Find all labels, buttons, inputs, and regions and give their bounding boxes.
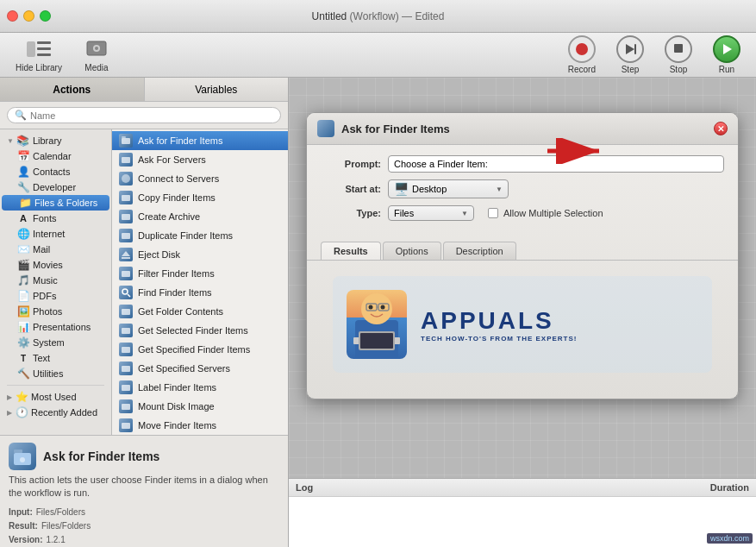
sidebar-item-movies[interactable]: 🎬 Movies	[0, 257, 111, 273]
sidebar-calendar-label: Calendar	[33, 151, 72, 161]
sidebar-internet-label: Internet	[33, 229, 65, 239]
action-icon-mount-disk	[119, 399, 133, 413]
dialog-start-row: Start at: 🖥️ Desktop ▼	[321, 179, 724, 198]
sidebar-item-recently-added[interactable]: ▶ 🕐 Recently Added	[0, 405, 111, 420]
desktop-icon: 🖥️	[394, 182, 409, 196]
svg-point-21	[122, 289, 128, 294]
sidebar-item-internet[interactable]: 🌐 Internet	[0, 226, 111, 242]
tab-variables[interactable]: Variables	[145, 78, 289, 101]
sidebar-item-calendar[interactable]: 📅 Calendar	[0, 148, 111, 164]
media-button[interactable]: Media	[78, 34, 116, 76]
run-button[interactable]: Run	[706, 32, 747, 78]
dialog-close-button[interactable]: ✕	[714, 122, 728, 135]
traffic-lights	[7, 10, 51, 22]
allow-multiple-checkbox[interactable]	[488, 208, 498, 218]
sidebar-utilities-label: Utilities	[33, 368, 63, 379]
action-icon-ask-servers	[119, 153, 133, 167]
sidebar-item-utilities[interactable]: 🔨 Utilities	[0, 366, 111, 381]
sidebar-item-contacts[interactable]: 👤 Contacts	[0, 164, 111, 179]
sidebar-item-files-folders[interactable]: 📁 Files & Folders	[2, 195, 109, 211]
action-item-connect-servers[interactable]: Connect to Servers	[112, 169, 288, 188]
workflow-area[interactable]: Ask for Finder Items ✕ Prompt: Start at:…	[289, 78, 756, 478]
action-item-ask-servers[interactable]: Ask For Servers	[112, 150, 288, 169]
svg-point-49	[369, 305, 373, 310]
svg-rect-16	[122, 214, 130, 220]
svg-rect-0	[27, 41, 35, 57]
sidebar-item-text[interactable]: T Text	[0, 350, 111, 366]
svg-rect-25	[122, 347, 130, 353]
sidebar-item-presentations[interactable]: 📊 Presentations	[0, 319, 111, 335]
sidebar-item-library[interactable]: ▼ 📚 Library	[0, 133, 111, 148]
action-item-get-specified-servers[interactable]: Get Specified Servers	[112, 359, 288, 378]
maximize-button[interactable]	[40, 10, 51, 22]
svg-rect-19	[122, 257, 130, 259]
dialog-tab-description-label: Description	[456, 246, 503, 256]
action-label-move-finder: Move Finder Items	[138, 420, 216, 431]
stop-label: Stop	[670, 65, 688, 74]
sidebar-item-most-used[interactable]: ▶ ⭐ Most Used	[0, 389, 111, 405]
action-item-ask-finder-items[interactable]: Ask for Finder Items	[112, 131, 288, 150]
action-label-ask-servers: Ask For Servers	[138, 154, 206, 165]
action-item-copy-finder-items[interactable]: Copy Finder Items	[112, 188, 288, 207]
dialog-tab-options[interactable]: Options	[383, 242, 441, 260]
action-label-get-specified-finder: Get Specified Finder Items	[138, 344, 250, 355]
sidebar-item-system[interactable]: ⚙️ System	[0, 335, 111, 350]
svg-rect-3	[37, 53, 51, 56]
action-item-get-folder-contents[interactable]: Get Folder Contents	[112, 302, 288, 321]
wsxdn-badge: wsxdn.com	[707, 533, 753, 544]
tab-variables-label: Variables	[195, 84, 237, 96]
appuals-figure	[347, 290, 407, 359]
search-input-wrap: 🔍	[7, 107, 281, 123]
action-icon-specified-finder	[119, 343, 133, 356]
info-app-icon	[9, 443, 36, 470]
calendar-icon: 📅	[17, 150, 29, 162]
pdfs-icon: 📄	[17, 290, 29, 302]
action-item-duplicate[interactable]: Duplicate Finder Items	[112, 226, 288, 245]
sidebar-item-mail[interactable]: ✉️ Mail	[0, 242, 111, 257]
action-label-ask-finder-items: Ask for Finder Items	[138, 135, 222, 146]
files-folders-icon: 📁	[19, 197, 31, 209]
dialog-tab-results[interactable]: Results	[321, 242, 381, 260]
svg-rect-11	[122, 138, 130, 144]
action-item-create-archive[interactable]: Create Archive	[112, 207, 288, 226]
tab-actions[interactable]: Actions	[0, 78, 145, 101]
dialog-start-select[interactable]: 🖥️ Desktop ▼	[388, 179, 509, 198]
action-item-mount-disk[interactable]: Mount Disk Image	[112, 397, 288, 416]
dialog-tab-description[interactable]: Description	[443, 242, 516, 260]
action-icon-eject	[119, 248, 133, 261]
sidebar-item-fonts[interactable]: A Fonts	[0, 211, 111, 226]
action-item-eject-disk[interactable]: Eject Disk	[112, 245, 288, 264]
stop-button[interactable]: Stop	[658, 32, 699, 78]
action-list: Ask for Finder Items Ask For Servers Con…	[112, 129, 288, 435]
sidebar-item-music[interactable]: 🎵 Music	[0, 273, 111, 288]
hide-library-icon	[27, 37, 51, 61]
action-item-filter-finder[interactable]: Filter Finder Items	[112, 264, 288, 283]
chevron-down-icon: ▼	[7, 137, 14, 145]
sidebar-item-pdfs[interactable]: 📄 PDFs	[0, 288, 111, 304]
close-button[interactable]	[7, 10, 18, 22]
step-button[interactable]: Step	[609, 32, 651, 78]
svg-rect-23	[122, 309, 130, 315]
svg-rect-1	[37, 41, 51, 44]
mail-icon: ✉️	[17, 243, 29, 255]
hide-library-label: Hide Library	[16, 63, 62, 72]
info-version-label: Version:	[9, 533, 42, 547]
record-button[interactable]: Record	[561, 32, 603, 78]
search-input[interactable]	[30, 110, 273, 121]
action-item-find-finder[interactable]: Find Finder Items	[112, 283, 288, 302]
action-item-move-finder[interactable]: Move Finder Items	[112, 416, 288, 435]
dialog-titlebar: Ask for Finder Items ✕	[307, 113, 738, 145]
action-item-get-specified-finder[interactable]: Get Specified Finder Items	[112, 340, 288, 359]
svg-point-50	[381, 305, 385, 310]
dialog-type-select[interactable]: Files ▼	[388, 205, 474, 221]
sidebar-mail-label: Mail	[33, 244, 50, 255]
action-icon-ask-finder	[119, 134, 133, 148]
action-item-label-finder[interactable]: Label Finder Items	[112, 378, 288, 397]
action-item-get-selected-finder[interactable]: Get Selected Finder Items	[112, 321, 288, 340]
hide-library-button[interactable]: Hide Library	[9, 34, 69, 76]
sidebar-item-developer[interactable]: 🔧 Developer	[0, 179, 111, 195]
sidebar-recently-added-label: Recently Added	[31, 407, 97, 418]
library-section: ▼ 📚 Library 📅 Calendar 👤 Contacts 🔧	[0, 133, 111, 381]
sidebar-item-photos[interactable]: 🖼️ Photos	[0, 304, 111, 319]
minimize-button[interactable]	[23, 10, 34, 22]
